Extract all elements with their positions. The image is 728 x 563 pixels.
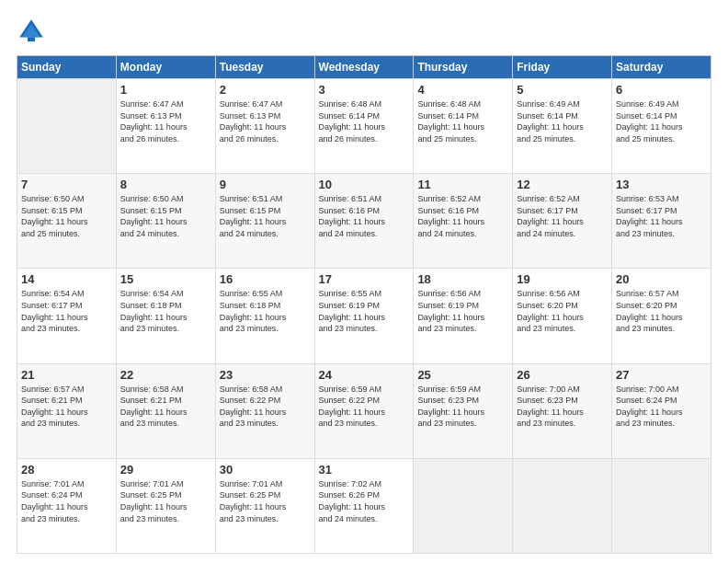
- calendar-cell: 20Sunrise: 6:57 AM Sunset: 6:20 PM Dayli…: [612, 269, 711, 363]
- day-info: Sunrise: 7:01 AM Sunset: 6:25 PM Dayligh…: [220, 478, 311, 524]
- calendar-cell: 6Sunrise: 6:49 AM Sunset: 6:14 PM Daylig…: [612, 79, 711, 174]
- day-number: 17: [319, 272, 410, 286]
- day-info: Sunrise: 6:57 AM Sunset: 6:21 PM Dayligh…: [21, 384, 112, 430]
- day-info: Sunrise: 6:47 AM Sunset: 6:13 PM Dayligh…: [220, 98, 311, 144]
- day-info: Sunrise: 6:57 AM Sunset: 6:20 PM Dayligh…: [616, 288, 707, 334]
- day-number: 6: [616, 83, 707, 97]
- day-info: Sunrise: 6:52 AM Sunset: 6:17 PM Dayligh…: [517, 193, 608, 239]
- day-info: Sunrise: 7:00 AM Sunset: 6:24 PM Dayligh…: [616, 384, 707, 430]
- calendar-cell: 31Sunrise: 7:02 AM Sunset: 6:26 PM Dayli…: [314, 458, 414, 553]
- calendar-cell: [17, 79, 117, 174]
- day-info: Sunrise: 6:50 AM Sunset: 6:15 PM Dayligh…: [120, 193, 211, 239]
- day-info: Sunrise: 6:53 AM Sunset: 6:17 PM Dayligh…: [616, 193, 707, 239]
- day-info: Sunrise: 6:52 AM Sunset: 6:16 PM Dayligh…: [417, 193, 508, 239]
- day-number: 11: [417, 178, 508, 191]
- calendar-cell: 9Sunrise: 6:51 AM Sunset: 6:15 PM Daylig…: [215, 174, 314, 269]
- day-number: 2: [220, 83, 311, 97]
- day-number: 14: [21, 272, 112, 286]
- calendar-cell: [513, 458, 612, 553]
- calendar-cell: 27Sunrise: 7:00 AM Sunset: 6:24 PM Dayli…: [612, 363, 711, 458]
- calendar-cell: [612, 458, 711, 553]
- day-info: Sunrise: 6:47 AM Sunset: 6:13 PM Dayligh…: [120, 98, 211, 144]
- day-number: 28: [21, 463, 112, 477]
- calendar-cell: 5Sunrise: 6:49 AM Sunset: 6:14 PM Daylig…: [513, 79, 612, 174]
- day-info: Sunrise: 7:00 AM Sunset: 6:23 PM Dayligh…: [517, 384, 608, 430]
- day-info: Sunrise: 6:56 AM Sunset: 6:19 PM Dayligh…: [417, 288, 508, 334]
- logo-icon: [17, 17, 46, 46]
- day-info: Sunrise: 6:50 AM Sunset: 6:15 PM Dayligh…: [21, 193, 112, 239]
- day-number: 25: [417, 368, 508, 382]
- day-number: 19: [517, 272, 608, 286]
- calendar-cell: 3Sunrise: 6:48 AM Sunset: 6:14 PM Daylig…: [314, 79, 414, 174]
- calendar-cell: 22Sunrise: 6:58 AM Sunset: 6:21 PM Dayli…: [116, 363, 215, 458]
- day-info: Sunrise: 6:59 AM Sunset: 6:22 PM Dayligh…: [319, 384, 410, 430]
- day-info: Sunrise: 7:01 AM Sunset: 6:25 PM Dayligh…: [120, 478, 211, 524]
- day-number: 18: [417, 272, 508, 286]
- day-number: 7: [21, 178, 112, 191]
- calendar-cell: 19Sunrise: 6:56 AM Sunset: 6:20 PM Dayli…: [513, 269, 612, 363]
- day-info: Sunrise: 6:54 AM Sunset: 6:18 PM Dayligh…: [120, 288, 211, 334]
- calendar-cell: 26Sunrise: 7:00 AM Sunset: 6:23 PM Dayli…: [513, 363, 612, 458]
- day-number: 10: [319, 178, 410, 191]
- day-number: 29: [120, 463, 211, 477]
- day-number: 30: [220, 463, 311, 477]
- calendar-cell: 12Sunrise: 6:52 AM Sunset: 6:17 PM Dayli…: [513, 174, 612, 269]
- page: SundayMondayTuesdayWednesdayThursdayFrid…: [0, 0, 728, 563]
- calendar-day-header: Wednesday: [314, 56, 414, 79]
- day-number: 16: [220, 272, 311, 286]
- calendar-cell: 25Sunrise: 6:59 AM Sunset: 6:23 PM Dayli…: [414, 363, 513, 458]
- calendar-cell: 30Sunrise: 7:01 AM Sunset: 6:25 PM Dayli…: [215, 458, 314, 553]
- calendar-cell: 2Sunrise: 6:47 AM Sunset: 6:13 PM Daylig…: [215, 79, 314, 174]
- day-info: Sunrise: 6:51 AM Sunset: 6:16 PM Dayligh…: [319, 193, 410, 239]
- calendar-cell: 13Sunrise: 6:53 AM Sunset: 6:17 PM Dayli…: [612, 174, 711, 269]
- day-number: 1: [120, 83, 211, 97]
- day-info: Sunrise: 6:48 AM Sunset: 6:14 PM Dayligh…: [319, 98, 410, 144]
- header: [17, 17, 711, 46]
- day-number: 20: [616, 272, 707, 286]
- day-number: 3: [319, 83, 410, 97]
- calendar-cell: 8Sunrise: 6:50 AM Sunset: 6:15 PM Daylig…: [116, 174, 215, 269]
- calendar-header-row: SundayMondayTuesdayWednesdayThursdayFrid…: [17, 56, 711, 79]
- day-number: 24: [319, 368, 410, 382]
- calendar-day-header: Sunday: [17, 56, 117, 79]
- calendar-cell: 10Sunrise: 6:51 AM Sunset: 6:16 PM Dayli…: [314, 174, 414, 269]
- calendar-cell: [414, 458, 513, 553]
- day-info: Sunrise: 6:56 AM Sunset: 6:20 PM Dayligh…: [517, 288, 608, 334]
- day-number: 4: [417, 83, 508, 97]
- day-info: Sunrise: 6:58 AM Sunset: 6:22 PM Dayligh…: [220, 384, 311, 430]
- calendar-week-row: 7Sunrise: 6:50 AM Sunset: 6:15 PM Daylig…: [17, 174, 711, 269]
- day-info: Sunrise: 7:02 AM Sunset: 6:26 PM Dayligh…: [319, 478, 410, 524]
- day-info: Sunrise: 6:55 AM Sunset: 6:18 PM Dayligh…: [220, 288, 311, 334]
- day-number: 12: [517, 178, 608, 191]
- day-number: 5: [517, 83, 608, 97]
- calendar-cell: 16Sunrise: 6:55 AM Sunset: 6:18 PM Dayli…: [215, 269, 314, 363]
- logo: [17, 17, 50, 46]
- day-info: Sunrise: 6:49 AM Sunset: 6:14 PM Dayligh…: [517, 98, 608, 144]
- day-info: Sunrise: 6:54 AM Sunset: 6:17 PM Dayligh…: [21, 288, 112, 334]
- day-number: 27: [616, 368, 707, 382]
- day-number: 13: [616, 178, 707, 191]
- calendar-day-header: Thursday: [414, 56, 513, 79]
- calendar-day-header: Saturday: [612, 56, 711, 79]
- calendar-week-row: 28Sunrise: 7:01 AM Sunset: 6:24 PM Dayli…: [17, 458, 711, 553]
- day-info: Sunrise: 6:58 AM Sunset: 6:21 PM Dayligh…: [120, 384, 211, 430]
- calendar-cell: 17Sunrise: 6:55 AM Sunset: 6:19 PM Dayli…: [314, 269, 414, 363]
- calendar-cell: 15Sunrise: 6:54 AM Sunset: 6:18 PM Dayli…: [116, 269, 215, 363]
- day-number: 26: [517, 368, 608, 382]
- calendar-cell: 24Sunrise: 6:59 AM Sunset: 6:22 PM Dayli…: [314, 363, 414, 458]
- calendar-day-header: Friday: [513, 56, 612, 79]
- calendar-table: SundayMondayTuesdayWednesdayThursdayFrid…: [17, 55, 711, 554]
- day-number: 15: [120, 272, 211, 286]
- calendar-day-header: Monday: [116, 56, 215, 79]
- calendar-week-row: 21Sunrise: 6:57 AM Sunset: 6:21 PM Dayli…: [17, 363, 711, 458]
- calendar-day-header: Tuesday: [215, 56, 314, 79]
- day-info: Sunrise: 6:48 AM Sunset: 6:14 PM Dayligh…: [417, 98, 508, 144]
- day-number: 22: [120, 368, 211, 382]
- calendar-cell: 4Sunrise: 6:48 AM Sunset: 6:14 PM Daylig…: [414, 79, 513, 174]
- calendar-week-row: 1Sunrise: 6:47 AM Sunset: 6:13 PM Daylig…: [17, 79, 711, 174]
- day-info: Sunrise: 6:59 AM Sunset: 6:23 PM Dayligh…: [417, 384, 508, 430]
- calendar-cell: 1Sunrise: 6:47 AM Sunset: 6:13 PM Daylig…: [116, 79, 215, 174]
- day-number: 21: [21, 368, 112, 382]
- calendar-cell: 7Sunrise: 6:50 AM Sunset: 6:15 PM Daylig…: [17, 174, 117, 269]
- calendar-cell: 21Sunrise: 6:57 AM Sunset: 6:21 PM Dayli…: [17, 363, 117, 458]
